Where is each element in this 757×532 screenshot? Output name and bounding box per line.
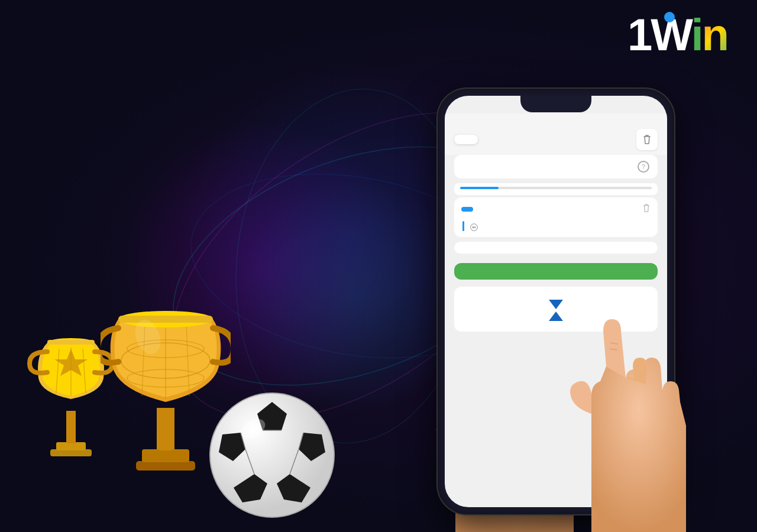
tab-multiple[interactable] [480,135,504,144]
logo-text: 1Win [627,9,727,60]
logo: 1Win [627,9,727,60]
tab-series[interactable] [506,135,530,144]
trash-icon [642,134,652,145]
svg-rect-6 [66,411,76,443]
svg-rect-9 [47,340,95,345]
progress-fill [460,187,499,189]
progress-area [454,183,658,195]
clear-bets-button[interactable] [636,129,658,150]
trophies-area [0,89,367,532]
bet-info-row [470,223,658,231]
promo-help-icon[interactable]: ? [638,161,649,173]
soccer-ball [207,390,337,520]
hand-right [544,248,733,532]
bet-detail [464,221,658,231]
remove-bet-icon [642,203,651,213]
progress-track [460,187,652,189]
tabs-row [445,124,667,155]
promo-banner: ? [454,155,658,179]
svg-rect-14 [142,449,189,462]
bet-item-header [454,197,658,221]
app-header [445,113,667,124]
bet-detail-row [454,221,658,237]
logo-dot [664,12,675,22]
phone-notch [520,96,591,112]
svg-point-37 [471,224,478,231]
remove-bet-button[interactable] [642,203,651,215]
bet-item [454,197,658,237]
svg-rect-22 [118,316,213,323]
svg-rect-5 [56,442,86,450]
esports-icon [470,223,478,231]
bet-league [470,223,480,231]
svg-rect-13 [136,461,195,471]
tab-single[interactable] [454,135,478,144]
bet-odds [461,207,473,212]
